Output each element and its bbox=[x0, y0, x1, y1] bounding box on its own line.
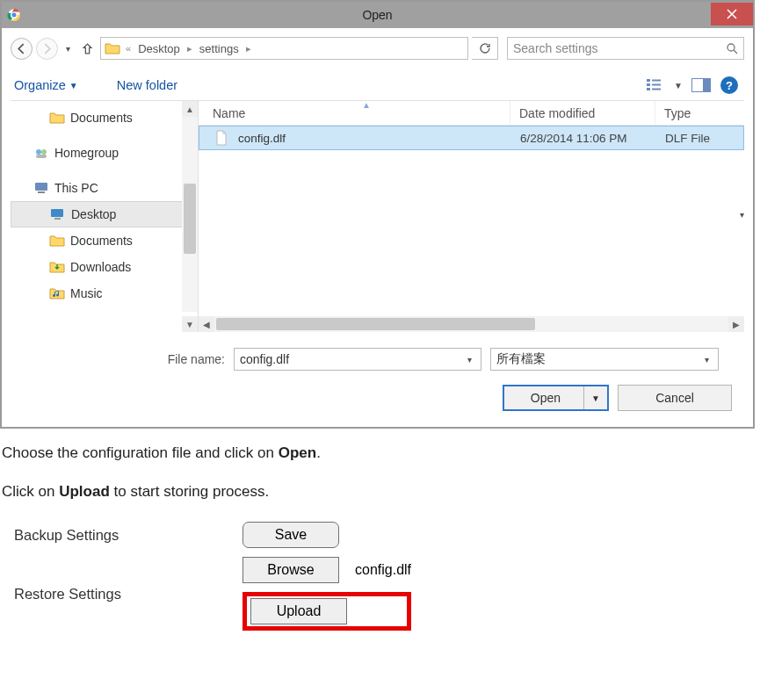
instructions: Choose the configuration file and click … bbox=[0, 444, 760, 501]
folder-icon bbox=[49, 233, 65, 249]
upload-button[interactable]: Upload bbox=[250, 598, 347, 624]
view-mode-button[interactable] bbox=[644, 76, 667, 95]
nav-up-button[interactable] bbox=[77, 39, 97, 58]
music-icon bbox=[49, 285, 65, 301]
caret-down-icon[interactable]: ▾ bbox=[461, 349, 477, 370]
nav-row: ▾ « Desktop ▸ settings ▸ ▾ Search set bbox=[11, 33, 744, 63]
browse-button[interactable]: Browse bbox=[242, 557, 339, 583]
column-date[interactable]: Date modified bbox=[510, 101, 655, 125]
file-name-label: File name: bbox=[23, 352, 225, 366]
file-date: 6/28/2014 11:06 PM bbox=[511, 126, 656, 149]
scroll-down-button[interactable]: ▼ bbox=[182, 316, 198, 332]
breadcrumb-ellipsis: « bbox=[124, 43, 134, 54]
scroll-right-button[interactable]: ▶ bbox=[728, 316, 744, 332]
scroll-up-button[interactable]: ▲ bbox=[182, 101, 198, 117]
dialog-footer: File name: config.dlf ▾ 所有檔案 ▾ Open ▼ Ca… bbox=[11, 332, 744, 415]
tree-item-documents-2[interactable]: Documents bbox=[11, 227, 198, 254]
svg-rect-11 bbox=[703, 79, 711, 92]
file-name-input[interactable]: config.dlf ▾ bbox=[234, 348, 481, 371]
instruction-line-1: Choose the configuration file and click … bbox=[2, 444, 758, 462]
list-empty-area[interactable] bbox=[199, 150, 744, 316]
titlebar: Open bbox=[2, 2, 753, 28]
file-name: config.dlf bbox=[238, 132, 286, 145]
svg-rect-16 bbox=[38, 191, 45, 193]
preview-pane-button[interactable] bbox=[690, 76, 713, 95]
breadcrumb-segment[interactable]: Desktop bbox=[138, 42, 180, 55]
file-list: Name ▲ Date modified Type config.dlf 6/2… bbox=[199, 101, 744, 332]
file-type: DLF File bbox=[656, 126, 743, 149]
folder-icon bbox=[105, 40, 120, 56]
organize-menu[interactable]: Organize ▼ bbox=[14, 78, 78, 92]
svg-point-13 bbox=[41, 149, 47, 155]
cancel-button[interactable]: Cancel bbox=[618, 385, 732, 411]
nav-back-button[interactable] bbox=[11, 38, 33, 60]
scrollbar-track[interactable] bbox=[214, 316, 728, 332]
refresh-button[interactable] bbox=[472, 37, 498, 60]
folder-tree[interactable]: ▲ ▼ Documents Homegroup bbox=[11, 101, 199, 332]
column-name[interactable]: Name bbox=[199, 101, 510, 125]
new-folder-button[interactable]: New folder bbox=[117, 78, 177, 92]
sort-indicator-icon: ▲ bbox=[362, 100, 371, 110]
open-dropdown[interactable]: ▼ bbox=[591, 393, 600, 403]
desktop-icon bbox=[50, 206, 66, 222]
save-button[interactable]: Save bbox=[242, 522, 339, 548]
svg-rect-18 bbox=[54, 218, 61, 220]
scrollbar-thumb[interactable] bbox=[182, 117, 198, 312]
backup-settings-label: Backup Settings bbox=[14, 527, 242, 544]
chrome-icon bbox=[7, 8, 21, 22]
column-type[interactable]: Type bbox=[655, 101, 744, 125]
restore-settings-label: Restore Settings bbox=[14, 586, 242, 603]
open-button[interactable]: Open ▼ bbox=[503, 385, 609, 411]
view-mode-dropdown[interactable]: ▼ bbox=[672, 76, 684, 95]
upload-highlight: Upload bbox=[242, 592, 411, 631]
nav-forward-button[interactable] bbox=[36, 38, 58, 60]
tree-item-music[interactable]: Music bbox=[11, 280, 198, 307]
folder-icon bbox=[49, 110, 65, 126]
caret-down-icon: ▼ bbox=[69, 81, 78, 90]
svg-rect-17 bbox=[51, 209, 63, 217]
file-type-filter[interactable]: 所有檔案 ▾ bbox=[490, 348, 719, 371]
svg-point-12 bbox=[36, 149, 41, 155]
scroll-left-button[interactable]: ◀ bbox=[199, 316, 214, 332]
caret-down-icon[interactable]: ▾ bbox=[698, 349, 714, 370]
dialog-title: Open bbox=[362, 8, 392, 22]
svg-rect-8 bbox=[652, 84, 661, 86]
svg-rect-4 bbox=[647, 79, 650, 82]
svg-rect-6 bbox=[647, 88, 650, 90]
computer-icon bbox=[33, 180, 49, 196]
list-header[interactable]: Name ▲ Date modified Type bbox=[199, 101, 744, 126]
horizontal-scrollbar[interactable]: ◀ ▶ bbox=[199, 316, 744, 332]
file-browser: ▲ ▼ Documents Homegroup bbox=[11, 100, 744, 332]
tree-item-documents[interactable]: Documents bbox=[11, 105, 198, 131]
chevron-right-icon: ▸ bbox=[184, 43, 196, 54]
search-input[interactable]: Search settings bbox=[507, 37, 744, 60]
open-file-dialog: Open ▾ « Desktop ▸ bbox=[0, 0, 755, 429]
svg-rect-9 bbox=[652, 89, 661, 90]
dialog-body: ▾ « Desktop ▸ settings ▸ ▾ Search set bbox=[2, 28, 753, 427]
toolbar: Organize ▼ New folder ▼ ? bbox=[11, 63, 744, 100]
svg-rect-15 bbox=[35, 183, 47, 191]
file-row[interactable]: config.dlf 6/28/2014 11:06 PM DLF File bbox=[199, 126, 744, 150]
breadcrumb-segment[interactable]: settings bbox=[199, 42, 239, 55]
instruction-line-2: Click on Upload to start storing process… bbox=[2, 483, 758, 501]
svg-rect-5 bbox=[647, 83, 650, 86]
svg-rect-7 bbox=[652, 80, 661, 82]
file-icon bbox=[214, 130, 229, 146]
downloads-icon bbox=[49, 259, 65, 275]
homegroup-icon bbox=[33, 145, 49, 161]
tree-item-homegroup[interactable]: Homegroup bbox=[11, 140, 198, 166]
tree-item-desktop[interactable]: Desktop bbox=[11, 201, 198, 227]
tree-item-this-pc[interactable]: This PC bbox=[11, 175, 198, 201]
tree-item-downloads[interactable]: Downloads bbox=[11, 254, 198, 280]
svg-rect-14 bbox=[36, 155, 47, 158]
nav-recent-dropdown[interactable]: ▾ bbox=[62, 44, 74, 54]
chevron-right-icon: ▸ bbox=[242, 43, 255, 54]
chosen-file-label: config.dlf bbox=[355, 562, 411, 578]
settings-panel: Backup Settings Save Restore Settings Br… bbox=[0, 522, 760, 631]
search-placeholder: Search settings bbox=[513, 41, 726, 55]
breadcrumb-bar[interactable]: « Desktop ▸ settings ▸ ▾ bbox=[100, 37, 468, 60]
